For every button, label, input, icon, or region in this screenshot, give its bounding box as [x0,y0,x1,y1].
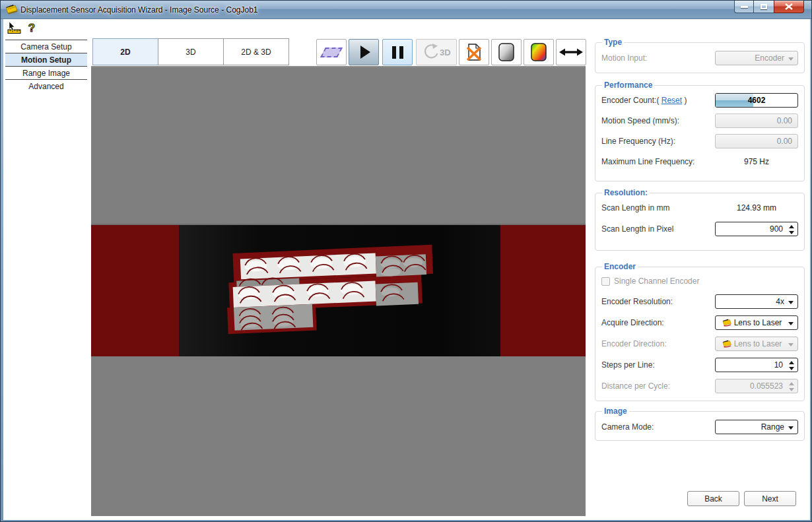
view-tabbar: 2D 3D 2D & 3D [92,38,289,65]
group-image: Image Camera Mode: Range [595,407,805,441]
max-line-frequency-label: Maximum Line Frequency: [601,157,694,166]
roi-select-button[interactable] [316,39,347,65]
sensor-direction-icon [722,319,732,327]
tab-2d-3d[interactable]: 2D & 3D [223,38,289,65]
group-performance-title: Performance [602,81,654,90]
app-icon [5,4,18,18]
refresh-3d-icon: 3D [419,43,454,61]
grayscale-image-icon [498,42,515,62]
close-button[interactable] [774,1,804,13]
acquire-direction-label: Acquire Direction: [601,318,664,327]
camera-mode-dropdown[interactable]: Range [715,420,798,434]
stepper-arrows-icon [789,382,794,391]
scan-length-mm-label: Scan Length in mm [601,203,669,212]
steps-per-line-stepper[interactable]: 10 [715,358,798,372]
sidebar: Camera Setup Motion Setup Range Image Ad… [5,40,87,93]
image-none-button[interactable] [459,39,489,65]
distance-per-cycle-label: Distance per Cycle: [601,381,670,391]
line-frequency-field: 0.00 [715,134,798,148]
group-encoder: Encoder Single Channel Encoder Encoder R… [595,262,805,401]
image-grayscale-button[interactable] [491,39,522,65]
stepper-arrows-icon[interactable] [789,361,794,370]
motion-input-label: Motion Input: [601,53,647,63]
help-icon[interactable]: ? [27,22,36,37]
single-channel-label: Single Channel Encoder [614,277,699,286]
motion-speed-field: 0.00 [715,114,798,128]
maximize-button[interactable] [754,1,774,13]
encoder-count-field: 4602 [715,93,798,108]
color-image-icon [530,42,547,62]
refresh-3d-button: 3D [416,39,457,65]
scan-length-pixel-label: Scan Length in Pixel [601,224,673,234]
chevron-down-icon [788,343,794,346]
minimize-button[interactable] [734,1,754,13]
play-button[interactable] [349,39,379,65]
fit-width-button[interactable] [556,39,586,65]
pause-button[interactable] [382,39,413,65]
app-window: Displacement Sensor Acquisition Wizard -… [0,0,812,522]
encoder-count-label: Encoder Count:( Reset ) [601,96,687,105]
chevron-down-icon [788,57,794,61]
encoder-resolution-dropdown[interactable]: 4x [715,294,798,309]
group-resolution-title: Resolution: [602,188,650,197]
play-icon [360,46,370,59]
group-type: Type Motion Input: Encoder [595,38,805,73]
encoder-direction-label: Encoder Direction: [601,339,667,348]
sidebar-item-motion-setup[interactable]: Motion Setup [5,53,87,67]
scan-length-pixel-stepper[interactable]: 900 [715,222,798,236]
chevron-down-icon [788,426,794,430]
title-bar[interactable]: Displacement Sensor Acquisition Wizard -… [1,1,812,19]
window-controls [734,1,804,13]
pause-icon [392,46,403,59]
measure-tool-icon[interactable] [7,22,21,37]
svg-text:?: ? [28,22,35,34]
steps-per-line-label: Steps per Line: [601,360,655,370]
single-channel-checkbox [601,277,610,286]
camera-mode-label: Camera Mode: [601,422,654,432]
quick-toolbar: ? [7,22,36,37]
sensor-direction-icon [722,340,732,348]
sidebar-item-camera-setup[interactable]: Camera Setup [5,40,87,53]
scan-image [91,67,586,516]
scan-length-mm-value: 124.93 mm [715,203,798,212]
horizontal-arrow-icon [559,48,583,57]
minimize-icon [741,6,748,8]
main-content: ? Camera Setup Motion Setup Range Image … [3,19,810,520]
image-color-button[interactable] [524,39,554,65]
svg-text:3D: 3D [440,48,451,57]
motion-speed-label: Motion Speed (mm/s): [601,116,679,125]
acquire-direction-dropdown[interactable]: Lens to Laser [715,315,798,330]
no-image-icon [464,42,484,62]
roi-region-icon [320,48,343,57]
sidebar-item-range-image[interactable]: Range Image [5,67,87,80]
group-encoder-title: Encoder [602,262,638,271]
chevron-down-icon [788,301,794,304]
group-performance: Performance Encoder Count:( Reset ) 4602… [595,81,805,181]
stepper-arrows-icon[interactable] [789,225,794,234]
sidebar-item-advanced[interactable]: Advanced [5,80,87,93]
group-image-title: Image [602,407,629,416]
maximize-icon [761,4,767,9]
group-type-title: Type [602,38,624,47]
encoder-direction-dropdown: Lens to Laser [715,337,798,351]
motion-input-dropdown: Encoder [715,51,798,65]
next-button[interactable]: Next [744,491,796,506]
chevron-down-icon [788,322,794,325]
back-button[interactable]: Back [687,491,739,506]
tab-3d[interactable]: 3D [158,38,224,65]
window-title: Displacement Sensor Acquisition Wizard -… [20,1,258,19]
line-frequency-label: Line Frequency (Hz): [601,137,675,146]
group-resolution: Resolution: Scan Length in mm 124.93 mm … [595,188,805,251]
encoder-resolution-label: Encoder Resolution: [601,297,673,306]
tab-2d[interactable]: 2D [92,38,158,65]
distance-per-cycle-stepper: 0.055523 [715,379,798,393]
image-viewer[interactable] [91,67,586,516]
close-icon [785,3,793,10]
reset-link[interactable]: Reset [661,96,682,105]
max-line-frequency-value: 975 Hz [715,157,798,166]
